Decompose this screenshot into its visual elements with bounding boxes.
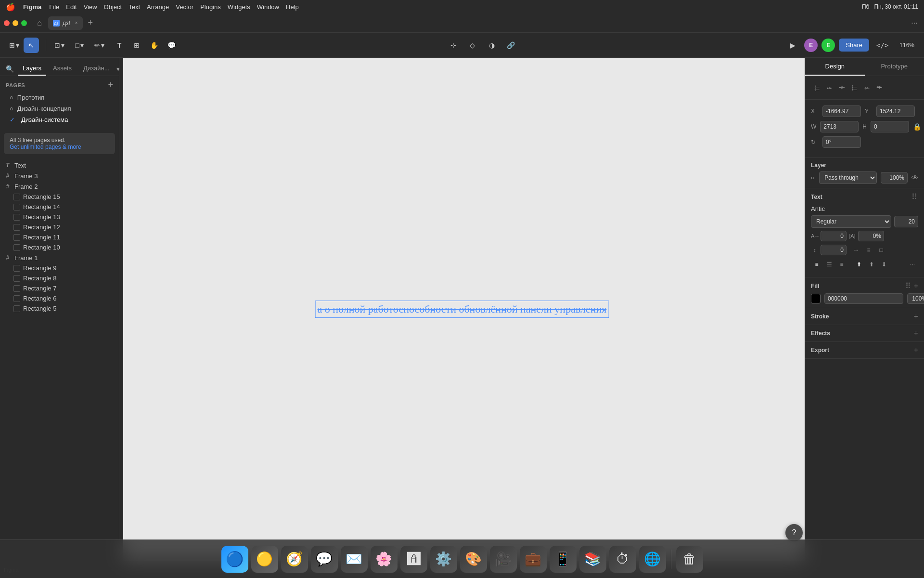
add-effect-button[interactable]: + [914, 329, 918, 338]
text-resize-box[interactable]: □ [875, 244, 887, 256]
menu-object[interactable]: Object [104, 3, 122, 11]
add-fill-button[interactable]: + [914, 281, 918, 290]
page-design-concept[interactable]: ○ Дизайн-концепция [6, 103, 113, 114]
layer-rect14[interactable]: Rectangle 14 [0, 202, 119, 212]
opacity-input[interactable] [881, 172, 908, 184]
dock-launchpad[interactable]: 🟡 [251, 546, 278, 573]
fill-section-dots[interactable]: ⠿ [905, 281, 912, 290]
apple-menu[interactable]: 🍎 [6, 2, 15, 12]
h-input[interactable] [871, 121, 909, 132]
frame-tool-button[interactable]: ⊡ ▾ [51, 38, 68, 53]
add-stroke-button[interactable]: + [914, 312, 918, 321]
menu-vector[interactable]: Vector [176, 3, 193, 11]
add-export-button[interactable]: + [914, 346, 918, 355]
font-size-input[interactable] [894, 216, 918, 227]
tab-design-brief[interactable]: Дизайн... [78, 62, 115, 76]
menu-arrange[interactable]: Arrange [147, 3, 169, 11]
w-input[interactable] [820, 121, 859, 132]
close-window-dot[interactable] [4, 20, 10, 26]
components-tool-button[interactable]: ⊞ [129, 38, 144, 53]
layer-frame1[interactable]: # Frame 1 [0, 252, 119, 263]
text-valign-bottom[interactable]: ⬇ [878, 259, 890, 270]
text-resize-fixed[interactable]: ≡ [863, 244, 874, 256]
present-button[interactable]: ▶ [785, 38, 800, 53]
text-tool-button[interactable]: T [112, 38, 127, 53]
rect13-checkbox[interactable] [13, 214, 20, 221]
page-design-system[interactable]: ✓ Дизайн-система [6, 114, 113, 125]
visibility-toggle[interactable]: 👁 [911, 174, 918, 182]
menu-plugins[interactable]: Plugins [200, 3, 221, 11]
rect15-checkbox[interactable] [13, 194, 20, 200]
text-align-right[interactable]: ≡ [836, 259, 847, 270]
active-tab[interactable]: дз дз! × [48, 16, 83, 30]
code-view-button[interactable]: </> [873, 38, 892, 53]
text-valign-middle[interactable]: ⬆ [866, 259, 877, 270]
layer-frame3[interactable]: # Frame 3 [0, 171, 119, 181]
home-button[interactable]: ⌂ [33, 16, 46, 30]
fill-color-swatch[interactable] [811, 294, 821, 303]
tab-assets[interactable]: Assets [48, 62, 77, 76]
align-top-button[interactable]: ⬱ [848, 82, 860, 93]
y-input[interactable] [876, 105, 915, 117]
text-resize-auto[interactable]: ↔ [850, 244, 862, 256]
rect11-checkbox[interactable] [13, 234, 20, 241]
page-prototip[interactable]: ○ Прототип [6, 92, 113, 103]
dock-messages[interactable]: 💬 [311, 546, 338, 573]
app-name[interactable]: Figma [23, 3, 41, 11]
rect6-checkbox[interactable] [13, 295, 20, 302]
align-left-button[interactable]: ⬱ [811, 82, 822, 93]
tab-prototype[interactable]: Prototype [865, 58, 924, 76]
blend-mode-select[interactable]: Pass through Normal Multiply Screen [819, 171, 877, 184]
dock-capture[interactable]: 🎥 [490, 546, 517, 573]
shape-tool-button[interactable]: □ ▾ [72, 38, 87, 53]
canvas-text-element[interactable]: а о полной работоспособности обновлённой… [315, 301, 609, 318]
layer-rect7[interactable]: Rectangle 7 [0, 283, 119, 293]
dock-safari[interactable]: 🧭 [281, 546, 308, 573]
move-tool-button[interactable]: ↖ [24, 38, 39, 53]
dock-figma[interactable]: 🎨 [460, 546, 487, 573]
menu-window[interactable]: Window [257, 3, 279, 11]
layer-text[interactable]: T Text [0, 160, 119, 171]
link-button[interactable]: 🔗 [503, 38, 519, 53]
font-name-display[interactable]: Antic [811, 205, 918, 212]
rect7-checkbox[interactable] [13, 285, 20, 292]
text-section-more[interactable]: ⠿ [911, 192, 918, 201]
letter-spacing-input[interactable] [821, 231, 847, 241]
canvas-area[interactable]: а о полной работоспособности обновлённой… [119, 58, 805, 561]
layer-rect6[interactable]: Rectangle 6 [0, 293, 119, 303]
layer-rect5[interactable]: Rectangle 5 [0, 303, 119, 314]
text-align-left[interactable]: ≡ [811, 259, 822, 270]
rect9-checkbox[interactable] [13, 265, 20, 272]
layer-rect12[interactable]: Rectangle 12 [0, 222, 119, 232]
layer-rect11[interactable]: Rectangle 11 [0, 232, 119, 242]
tab-close-button[interactable]: × [75, 20, 78, 26]
layer-frame2[interactable]: # Frame 2 [0, 181, 119, 192]
line-height-input[interactable] [821, 245, 847, 255]
mask-button[interactable]: ◇ [465, 38, 480, 53]
menu-help[interactable]: Help [286, 3, 299, 11]
menu-file[interactable]: File [49, 3, 59, 11]
dock-browser[interactable]: 🌐 [639, 546, 666, 573]
text-valign-top[interactable]: ⬆ [853, 259, 865, 270]
menu-widgets[interactable]: Widgets [228, 3, 250, 11]
dock-trash[interactable]: 🗑 [676, 546, 703, 573]
rect14-checkbox[interactable] [13, 204, 20, 210]
align-center-v-button[interactable]: ⬰ [861, 82, 873, 93]
align-center-h-button[interactable]: ⬰ [823, 82, 835, 93]
fill-hex-input[interactable] [824, 293, 903, 304]
rect8-checkbox[interactable] [13, 275, 20, 282]
align-bottom-button[interactable]: ⬲ [873, 82, 885, 93]
dock-finder[interactable]: 🔵 [221, 546, 248, 573]
comment-tool-button[interactable]: 💬 [164, 38, 179, 53]
layer-rect10[interactable]: Rectangle 10 [0, 242, 119, 252]
dock-books[interactable]: 📚 [579, 546, 606, 573]
minimize-window-dot[interactable] [13, 20, 18, 26]
fill-opacity-input[interactable] [907, 293, 924, 304]
dock-whatsapp[interactable]: 📱 [550, 546, 577, 573]
dock-appstore[interactable]: 🅰 [400, 546, 427, 573]
zoom-level-button[interactable]: 116% [896, 40, 918, 51]
rotation-input[interactable] [822, 136, 861, 148]
letter-spacing-pct-input[interactable] [858, 231, 884, 241]
rect5-checkbox[interactable] [13, 305, 20, 312]
pen-tool-button[interactable]: ✏ ▾ [91, 38, 108, 53]
